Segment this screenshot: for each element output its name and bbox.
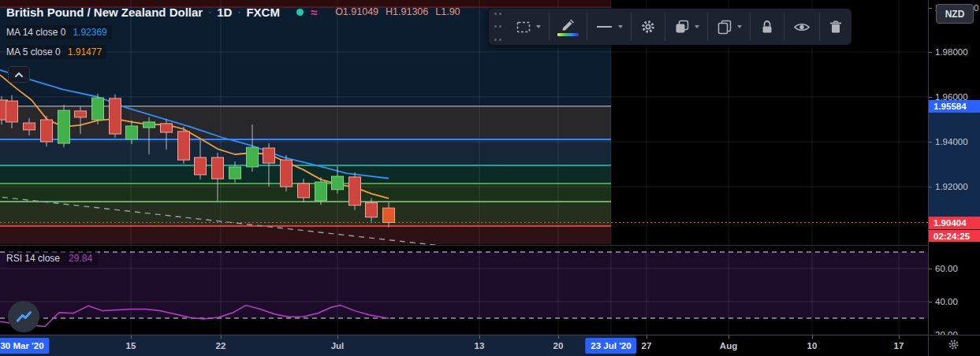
candle bbox=[41, 120, 53, 142]
price-tick-label: 0 bbox=[974, 3, 978, 13]
exchange-label[interactable]: FXCM bbox=[246, 6, 280, 19]
price-zone bbox=[0, 165, 611, 184]
ma5-label: MA 5 close 0 bbox=[6, 46, 61, 57]
candle bbox=[366, 203, 378, 217]
currency-badge[interactable]: NZD bbox=[936, 4, 974, 24]
symbol-title-row: British Pound / New Zealand Dollar · 1D … bbox=[6, 4, 460, 20]
candle bbox=[110, 98, 121, 134]
ohlc-values: O1.91049 H1.91306 L1.90 bbox=[335, 6, 460, 17]
price-tick-mark bbox=[929, 52, 932, 53]
visibility-button[interactable] bbox=[784, 9, 819, 45]
rsi-chart-canvas bbox=[0, 246, 928, 335]
indicator-legend-rsi[interactable]: RSI 14 close 29.84 bbox=[6, 251, 98, 265]
price-tick-mark bbox=[929, 142, 932, 143]
candle bbox=[75, 111, 87, 117]
rsi-pane[interactable]: RSI 14 close 29.84 bbox=[0, 246, 928, 335]
waves-logo-icon bbox=[13, 306, 34, 327]
price-tick-label: 1.94000 bbox=[935, 137, 968, 146]
main-chart-pane[interactable]: British Pound / New Zealand Dollar · 1D … bbox=[0, 0, 928, 245]
candle bbox=[58, 110, 70, 143]
price-tick-label: 1.92000 bbox=[935, 182, 968, 191]
price-tick-mark bbox=[929, 302, 932, 302]
chart-logo-button[interactable] bbox=[8, 301, 39, 332]
ma14-label: MA 14 close 0 bbox=[6, 27, 65, 38]
time-tick-mark bbox=[221, 336, 222, 339]
last-price-badge: 1.90404 bbox=[929, 217, 980, 229]
time-tick-label: 17 bbox=[894, 341, 904, 350]
candle bbox=[195, 158, 207, 175]
gear-icon bbox=[639, 18, 657, 35]
toolbar-drag-handle[interactable] bbox=[489, 9, 507, 45]
layers-icon bbox=[673, 18, 691, 35]
time-tick-mark bbox=[479, 336, 480, 339]
title-separator: · bbox=[237, 6, 240, 17]
chevron-down-icon bbox=[618, 25, 623, 28]
lock-icon bbox=[758, 18, 776, 35]
low-value: L1.90 bbox=[435, 6, 460, 17]
price-tick-label: 40.00 bbox=[935, 297, 958, 306]
gear-icon bbox=[947, 338, 960, 351]
time-tick-label: Jul bbox=[331, 341, 345, 350]
layers-order-button[interactable] bbox=[665, 9, 707, 45]
clone-button[interactable] bbox=[708, 9, 750, 45]
time-range-badge: 23 Jul '20 bbox=[585, 338, 636, 354]
chevron-down-icon bbox=[737, 25, 742, 28]
candle bbox=[6, 101, 18, 122]
time-axis[interactable]: 1522Jul132027Aug101730 Mar '2023 Jul '20 bbox=[0, 335, 980, 356]
lock-button[interactable] bbox=[751, 9, 784, 45]
price-tick-label: 1.96000 bbox=[935, 92, 968, 102]
selection-style-button[interactable] bbox=[507, 9, 549, 45]
drawing-range-highlight-time bbox=[0, 336, 635, 356]
candle bbox=[332, 176, 344, 190]
candle bbox=[143, 122, 155, 128]
line-style-icon bbox=[595, 18, 614, 35]
time-tick-label: 22 bbox=[216, 341, 226, 350]
time-tick-label: Aug bbox=[720, 341, 737, 350]
time-tick-label: 20 bbox=[553, 341, 564, 350]
time-tick-mark bbox=[728, 336, 729, 339]
candle bbox=[247, 147, 259, 167]
time-tick-mark bbox=[647, 336, 647, 339]
dashed-rectangle-icon bbox=[515, 18, 532, 35]
price-tick-mark bbox=[929, 187, 932, 187]
price-tick-label: 60.00 bbox=[935, 264, 958, 273]
price-tick-mark bbox=[929, 269, 932, 269]
settings-button[interactable] bbox=[632, 9, 665, 45]
chevron-up-icon bbox=[13, 71, 24, 79]
time-tick-mark bbox=[899, 336, 900, 339]
candle bbox=[349, 177, 361, 206]
candle bbox=[161, 124, 173, 132]
time-tick-mark bbox=[131, 336, 132, 339]
eye-icon bbox=[792, 18, 811, 35]
candle bbox=[383, 208, 395, 222]
delete-button[interactable] bbox=[820, 9, 851, 45]
time-tick-label: 15 bbox=[126, 341, 136, 350]
time-range-badge: 30 Mar '20 bbox=[0, 338, 50, 354]
indicator-legend-ma5[interactable]: MA 5 close 0 1.91477 bbox=[6, 45, 106, 59]
time-tick-label: 13 bbox=[475, 341, 485, 350]
candle bbox=[126, 126, 138, 139]
interval-label[interactable]: 1D bbox=[217, 6, 232, 19]
candle bbox=[315, 182, 327, 201]
candle bbox=[92, 98, 104, 120]
indicator-legend-ma14[interactable]: MA 14 close 0 1.92369 bbox=[6, 25, 112, 39]
price-tick-mark bbox=[929, 97, 932, 98]
time-tick-label: 27 bbox=[642, 341, 652, 350]
color-gradient-bar bbox=[557, 33, 579, 36]
chart-legend: British Pound / New Zealand Dollar · 1D … bbox=[6, 4, 460, 59]
color-picker-button[interactable] bbox=[550, 9, 587, 45]
open-value: O1.91049 bbox=[335, 6, 378, 17]
candle bbox=[281, 160, 293, 187]
candle bbox=[24, 123, 35, 130]
line-style-button[interactable] bbox=[587, 9, 631, 45]
collapse-legend-button[interactable] bbox=[8, 66, 30, 83]
delayed-data-icon: ≈ bbox=[311, 6, 317, 19]
rsi-value: 29.84 bbox=[69, 253, 92, 264]
title-separator: · bbox=[208, 6, 211, 17]
candle bbox=[298, 184, 310, 198]
symbol-title[interactable]: British Pound / New Zealand Dollar bbox=[6, 6, 203, 19]
drawing-toolbar bbox=[489, 9, 851, 45]
price-axis[interactable]: NZD 1.95584 1.90404 02:24:25 201.980001.… bbox=[929, 0, 980, 335]
drawing-level-badge: 1.95584 bbox=[929, 100, 980, 113]
axis-settings-button[interactable] bbox=[947, 338, 960, 351]
